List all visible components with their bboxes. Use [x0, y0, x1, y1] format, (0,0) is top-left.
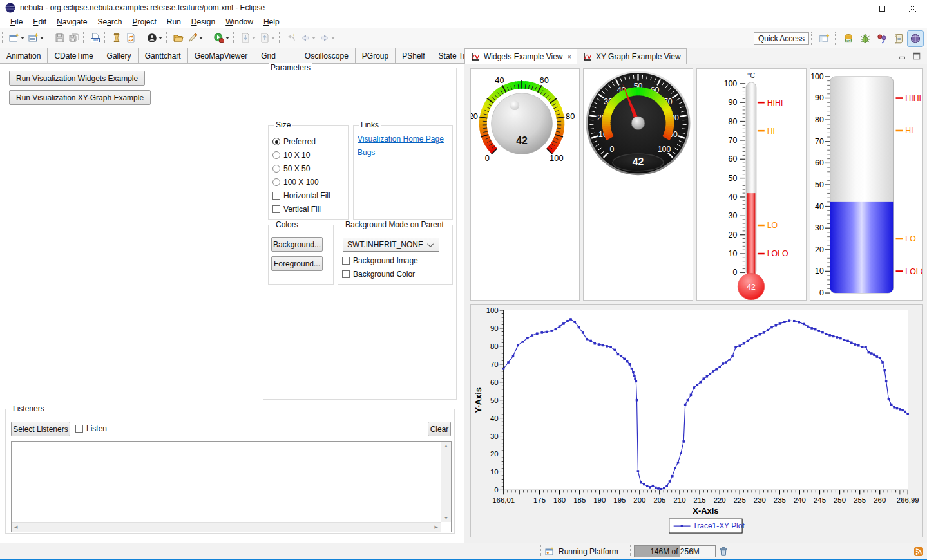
svg-text:180: 180 — [553, 496, 566, 504]
svg-text:80: 80 — [566, 111, 575, 121]
perspective-debug-perspective-button[interactable] — [857, 31, 873, 46]
svg-text:225: 225 — [734, 496, 746, 504]
tab-cdatetime[interactable]: CDateTime — [48, 48, 100, 63]
xy-graph[interactable]: 0102030405060708090100166,01175180185190… — [470, 304, 923, 537]
listener-log-textarea[interactable]: ▲ ▼ ◀ ▶ — [11, 441, 452, 532]
close-tab-icon[interactable]: × — [568, 53, 571, 61]
tab-ganttchart[interactable]: Ganttchart — [139, 48, 188, 63]
quick-access-input[interactable]: Quick Access — [754, 32, 809, 45]
perspective-plugin-perspective-button[interactable] — [908, 31, 923, 46]
perspective-java-perspective-button[interactable] — [874, 31, 890, 46]
dropdown-caret-icon[interactable] — [225, 37, 229, 39]
listen-checkbox[interactable] — [75, 425, 83, 433]
toolbar-plugin-spool-button[interactable] — [110, 30, 124, 46]
view-tab-widgets-example-view[interactable]: Widgets Example View× — [464, 48, 577, 64]
tab-animation[interactable]: Animation — [0, 48, 48, 63]
background-mode-select[interactable]: SWT.INHERIT_NONE — [343, 238, 439, 252]
scroll-up-icon[interactable]: ▲ — [444, 443, 448, 448]
tab-geomapviewer[interactable]: GeoMapViewer — [188, 48, 255, 63]
scroll-right-icon[interactable]: ▶ — [435, 525, 438, 530]
scroll-left-icon[interactable]: ◀ — [14, 525, 17, 530]
svg-text:205: 205 — [653, 496, 665, 504]
menu-project[interactable]: Project — [127, 16, 161, 28]
menu-run[interactable]: Run — [162, 16, 186, 28]
menu-window[interactable]: Window — [220, 16, 258, 28]
close-button[interactable] — [897, 0, 927, 15]
run-xygraph-example-button[interactable]: Run Visualization XY-Graph Example — [9, 90, 151, 105]
knob-widget[interactable]: 02040608010042 — [470, 68, 580, 301]
menu-help[interactable]: Help — [258, 16, 285, 28]
menu-file[interactable]: File — [5, 16, 28, 28]
size-option-vertical-fill[interactable]: Vertical Fill — [272, 205, 321, 214]
tab-grid[interactable]: Grid — [254, 48, 298, 63]
refresh-bundle-icon — [126, 33, 136, 43]
minimize-button[interactable] — [838, 0, 868, 15]
dropdown-caret-icon[interactable] — [158, 37, 162, 39]
scroll-down-icon[interactable]: ▼ — [444, 516, 448, 520]
size-option-preferred[interactable]: Preferred — [272, 137, 316, 146]
perspective-scripts-perspective-button[interactable] — [891, 31, 906, 46]
svg-text:255: 255 — [854, 496, 866, 504]
background-mode-group-label: Background Mode on Parent — [343, 220, 446, 229]
foreground-color-button[interactable]: Foreground... — [271, 256, 323, 271]
checkbox-unchecked[interactable] — [272, 192, 280, 200]
background-color-button[interactable]: Background... — [271, 237, 323, 252]
link-bugs[interactable]: Bugs — [358, 148, 375, 157]
svg-text:42: 42 — [633, 156, 644, 167]
toolbar-user-profile-button[interactable] — [145, 30, 164, 46]
svg-text:266,99: 266,99 — [897, 496, 919, 504]
radio-unchecked[interactable] — [272, 151, 280, 159]
link-visualization-home-page[interactable]: Visualization Home Page — [358, 135, 444, 144]
toolbar-refresh-bundle-button[interactable] — [124, 30, 138, 46]
dropdown-caret-icon[interactable] — [199, 37, 203, 39]
svg-text:LOLO: LOLO — [905, 267, 922, 276]
toolbar-open-folder-button[interactable] — [171, 30, 186, 46]
news-feed-icon[interactable] — [913, 546, 924, 557]
dropdown-caret-icon[interactable] — [40, 37, 44, 39]
parameters-group-label: Parameters — [269, 63, 312, 72]
tab-pshelf[interactable]: PShelf — [396, 48, 432, 63]
vertical-scrollbar[interactable]: ▲ ▼ — [441, 442, 451, 522]
svg-text:10: 10 — [729, 249, 738, 258]
toolbar-binary-file-button[interactable]: 010 — [88, 30, 102, 46]
size-option-10-x-10[interactable]: 10 X 10 — [272, 151, 310, 160]
size-option-50-x-50[interactable]: 50 X 50 — [272, 164, 310, 173]
svg-text:100: 100 — [550, 153, 563, 163]
checkbox-unchecked[interactable] — [272, 205, 280, 213]
perspective-git-perspective-button[interactable]: GIT — [841, 31, 856, 46]
tab-oscilloscope[interactable]: Oscilloscope — [298, 48, 356, 63]
gauge-widget: 010203040506070809010042 — [583, 68, 693, 301]
size-option-horizontal-fill[interactable]: Horizontal Fill — [272, 191, 330, 200]
maximize-view-icon[interactable] — [912, 51, 921, 61]
menu-design[interactable]: Design — [186, 16, 220, 28]
checkbox-background-color[interactable]: Background Color — [342, 270, 415, 279]
restore-button[interactable] — [868, 0, 897, 15]
toolbar-run-button[interactable] — [212, 30, 231, 46]
tab-pgroup[interactable]: PGroup — [356, 48, 396, 63]
listen-checkbox-row[interactable]: Listen — [75, 424, 107, 433]
plugin-spool-icon — [111, 33, 122, 43]
menu-navigate[interactable]: Navigate — [52, 16, 92, 28]
minimize-view-icon[interactable] — [898, 51, 907, 61]
radio-checked[interactable] — [272, 138, 280, 145]
menu-search[interactable]: Search — [92, 16, 127, 28]
toolbar-new-item-button[interactable] — [26, 30, 46, 46]
size-option-100-x-100[interactable]: 100 X 100 — [272, 178, 319, 187]
trash-icon[interactable] — [718, 546, 729, 557]
radio-unchecked[interactable] — [272, 178, 280, 186]
toolbar-highlight-pen-button[interactable] — [186, 30, 205, 46]
radio-unchecked[interactable] — [272, 165, 280, 173]
horizontal-scrollbar[interactable]: ◀ ▶ — [12, 522, 441, 532]
view-tab-xy-graph-example-view[interactable]: XY Graph Example View — [577, 48, 687, 64]
dropdown-caret-icon[interactable] — [21, 37, 24, 39]
tab-gallery[interactable]: Gallery — [100, 48, 139, 63]
run-widgets-example-button[interactable]: Run Visualization Widgets Example — [9, 71, 145, 86]
clear-button[interactable]: Clear — [428, 422, 451, 436]
perspective-open-perspective-button[interactable] — [817, 31, 832, 46]
toolbar-new-wizard-button[interactable] — [7, 30, 26, 46]
git-perspective-icon: GIT — [843, 33, 854, 44]
svg-text:90: 90 — [815, 93, 824, 102]
menu-edit[interactable]: Edit — [28, 16, 52, 28]
checkbox-background-image[interactable]: Background Image — [342, 256, 418, 265]
select-listeners-button[interactable]: Select Listeners — [11, 422, 70, 436]
